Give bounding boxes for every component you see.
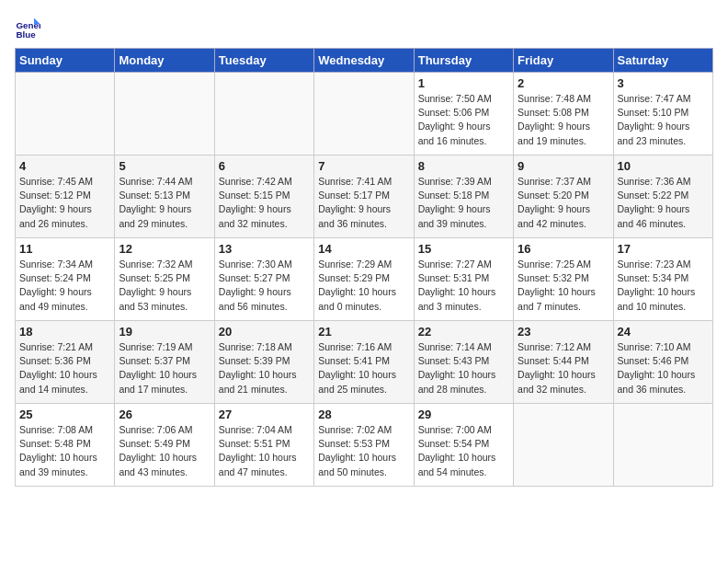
weekday-header-thursday: Thursday	[414, 49, 513, 73]
day-number: 5	[119, 159, 210, 173]
calendar-day-cell: 6Sunrise: 7:42 AM Sunset: 5:15 PM Daylig…	[214, 155, 313, 238]
calendar-day-cell: 26Sunrise: 7:06 AM Sunset: 5:49 PM Dayli…	[115, 404, 214, 487]
calendar-day-cell: 2Sunrise: 7:48 AM Sunset: 5:08 PM Daylig…	[514, 73, 613, 155]
day-info: Sunrise: 7:34 AM Sunset: 5:24 PM Dayligh…	[19, 258, 110, 314]
day-number: 22	[418, 325, 509, 339]
calendar-day-cell: 16Sunrise: 7:25 AM Sunset: 5:32 PM Dayli…	[514, 238, 613, 321]
day-number: 17	[618, 242, 709, 256]
day-number: 6	[219, 159, 310, 173]
day-number: 18	[19, 325, 110, 339]
weekday-header-sunday: Sunday	[16, 49, 115, 73]
calendar-day-cell	[514, 404, 613, 487]
day-info: Sunrise: 7:23 AM Sunset: 5:34 PM Dayligh…	[618, 258, 709, 314]
day-info: Sunrise: 7:00 AM Sunset: 5:54 PM Dayligh…	[418, 423, 509, 479]
calendar-day-cell	[214, 73, 313, 155]
weekday-header-friday: Friday	[514, 49, 613, 73]
day-info: Sunrise: 7:04 AM Sunset: 5:51 PM Dayligh…	[219, 423, 310, 479]
calendar-week-row: 25Sunrise: 7:08 AM Sunset: 5:48 PM Dayli…	[16, 404, 713, 487]
calendar-table: SundayMondayTuesdayWednesdayThursdayFrid…	[15, 48, 713, 487]
calendar-day-cell	[16, 73, 115, 155]
calendar-day-cell	[314, 73, 414, 155]
logo: General Blue	[15, 15, 42, 40]
weekday-header-wednesday: Wednesday	[314, 49, 414, 73]
calendar-day-cell	[613, 404, 712, 487]
day-info: Sunrise: 7:29 AM Sunset: 5:29 PM Dayligh…	[318, 258, 409, 314]
calendar-day-cell: 19Sunrise: 7:19 AM Sunset: 5:37 PM Dayli…	[115, 321, 214, 404]
day-number: 1	[418, 76, 509, 90]
day-number: 23	[518, 325, 609, 339]
day-number: 14	[318, 242, 409, 256]
day-number: 3	[618, 76, 709, 90]
calendar-day-cell: 21Sunrise: 7:16 AM Sunset: 5:41 PM Dayli…	[314, 321, 414, 404]
weekday-header-monday: Monday	[115, 49, 214, 73]
day-number: 2	[518, 76, 609, 90]
day-info: Sunrise: 7:06 AM Sunset: 5:49 PM Dayligh…	[119, 423, 210, 479]
day-number: 25	[19, 408, 110, 421]
weekday-header-saturday: Saturday	[613, 49, 712, 73]
weekday-header-tuesday: Tuesday	[214, 49, 313, 73]
calendar-day-cell: 28Sunrise: 7:02 AM Sunset: 5:53 PM Dayli…	[314, 404, 414, 487]
day-info: Sunrise: 7:10 AM Sunset: 5:46 PM Dayligh…	[618, 340, 709, 396]
calendar-day-cell: 5Sunrise: 7:44 AM Sunset: 5:13 PM Daylig…	[115, 155, 214, 238]
day-number: 24	[618, 325, 709, 339]
day-number: 21	[318, 325, 409, 339]
day-number: 9	[518, 159, 609, 173]
calendar-day-cell: 23Sunrise: 7:12 AM Sunset: 5:44 PM Dayli…	[514, 321, 613, 404]
day-number: 13	[219, 242, 310, 256]
day-number: 7	[318, 159, 409, 173]
calendar-day-cell: 9Sunrise: 7:37 AM Sunset: 5:20 PM Daylig…	[514, 155, 613, 238]
calendar-week-row: 11Sunrise: 7:34 AM Sunset: 5:24 PM Dayli…	[16, 238, 713, 321]
day-info: Sunrise: 7:16 AM Sunset: 5:41 PM Dayligh…	[318, 340, 409, 396]
calendar-day-cell: 27Sunrise: 7:04 AM Sunset: 5:51 PM Dayli…	[214, 404, 313, 487]
calendar-day-cell: 20Sunrise: 7:18 AM Sunset: 5:39 PM Dayli…	[214, 321, 313, 404]
weekday-header-row: SundayMondayTuesdayWednesdayThursdayFrid…	[16, 49, 713, 73]
day-number: 15	[418, 242, 509, 256]
day-number: 4	[19, 159, 110, 173]
day-info: Sunrise: 7:37 AM Sunset: 5:20 PM Dayligh…	[518, 175, 609, 231]
calendar-week-row: 4Sunrise: 7:45 AM Sunset: 5:12 PM Daylig…	[16, 155, 713, 238]
day-info: Sunrise: 7:36 AM Sunset: 5:22 PM Dayligh…	[618, 175, 709, 231]
calendar-day-cell: 24Sunrise: 7:10 AM Sunset: 5:46 PM Dayli…	[613, 321, 712, 404]
day-number: 12	[119, 242, 210, 256]
day-info: Sunrise: 7:42 AM Sunset: 5:15 PM Dayligh…	[219, 175, 310, 231]
day-info: Sunrise: 7:48 AM Sunset: 5:08 PM Dayligh…	[518, 92, 609, 148]
day-info: Sunrise: 7:50 AM Sunset: 5:06 PM Dayligh…	[418, 92, 509, 148]
day-number: 26	[119, 408, 210, 421]
calendar-day-cell: 22Sunrise: 7:14 AM Sunset: 5:43 PM Dayli…	[414, 321, 513, 404]
calendar-day-cell: 10Sunrise: 7:36 AM Sunset: 5:22 PM Dayli…	[613, 155, 712, 238]
day-number: 11	[19, 242, 110, 256]
day-info: Sunrise: 7:14 AM Sunset: 5:43 PM Dayligh…	[418, 340, 509, 396]
day-info: Sunrise: 7:25 AM Sunset: 5:32 PM Dayligh…	[518, 258, 609, 314]
calendar-day-cell: 4Sunrise: 7:45 AM Sunset: 5:12 PM Daylig…	[16, 155, 115, 238]
day-info: Sunrise: 7:12 AM Sunset: 5:44 PM Dayligh…	[518, 340, 609, 396]
calendar-day-cell: 17Sunrise: 7:23 AM Sunset: 5:34 PM Dayli…	[613, 238, 712, 321]
day-info: Sunrise: 7:32 AM Sunset: 5:25 PM Dayligh…	[119, 258, 210, 314]
day-info: Sunrise: 7:19 AM Sunset: 5:37 PM Dayligh…	[119, 340, 210, 396]
day-info: Sunrise: 7:41 AM Sunset: 5:17 PM Dayligh…	[318, 175, 409, 231]
calendar-day-cell: 18Sunrise: 7:21 AM Sunset: 5:36 PM Dayli…	[16, 321, 115, 404]
calendar-day-cell: 3Sunrise: 7:47 AM Sunset: 5:10 PM Daylig…	[613, 73, 712, 155]
calendar-week-row: 18Sunrise: 7:21 AM Sunset: 5:36 PM Dayli…	[16, 321, 713, 404]
day-info: Sunrise: 7:27 AM Sunset: 5:31 PM Dayligh…	[418, 258, 509, 314]
day-info: Sunrise: 7:30 AM Sunset: 5:27 PM Dayligh…	[219, 258, 310, 314]
calendar-day-cell: 13Sunrise: 7:30 AM Sunset: 5:27 PM Dayli…	[214, 238, 313, 321]
logo-icon: General Blue	[15, 15, 40, 40]
day-info: Sunrise: 7:08 AM Sunset: 5:48 PM Dayligh…	[19, 423, 110, 479]
day-info: Sunrise: 7:02 AM Sunset: 5:53 PM Dayligh…	[318, 423, 409, 479]
day-number: 10	[618, 159, 709, 173]
calendar-day-cell: 7Sunrise: 7:41 AM Sunset: 5:17 PM Daylig…	[314, 155, 414, 238]
day-number: 19	[119, 325, 210, 339]
day-info: Sunrise: 7:18 AM Sunset: 5:39 PM Dayligh…	[219, 340, 310, 396]
day-info: Sunrise: 7:47 AM Sunset: 5:10 PM Dayligh…	[618, 92, 709, 148]
page-header: General Blue	[15, 15, 713, 40]
calendar-day-cell: 14Sunrise: 7:29 AM Sunset: 5:29 PM Dayli…	[314, 238, 414, 321]
day-number: 16	[518, 242, 609, 256]
calendar-week-row: 1Sunrise: 7:50 AM Sunset: 5:06 PM Daylig…	[16, 73, 713, 155]
calendar-day-cell: 12Sunrise: 7:32 AM Sunset: 5:25 PM Dayli…	[115, 238, 214, 321]
day-info: Sunrise: 7:44 AM Sunset: 5:13 PM Dayligh…	[119, 175, 210, 231]
day-info: Sunrise: 7:21 AM Sunset: 5:36 PM Dayligh…	[19, 340, 110, 396]
calendar-day-cell: 11Sunrise: 7:34 AM Sunset: 5:24 PM Dayli…	[16, 238, 115, 321]
day-info: Sunrise: 7:39 AM Sunset: 5:18 PM Dayligh…	[418, 175, 509, 231]
day-number: 29	[418, 408, 509, 421]
calendar-day-cell: 8Sunrise: 7:39 AM Sunset: 5:18 PM Daylig…	[414, 155, 513, 238]
